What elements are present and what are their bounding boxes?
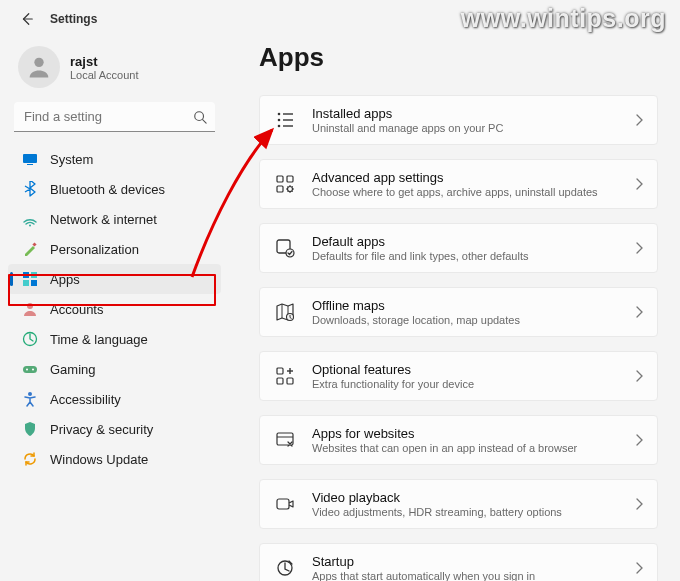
- svg-point-16: [32, 369, 34, 371]
- sidebar-item-gaming[interactable]: Gaming: [8, 354, 221, 384]
- sidebar-item-time-language[interactable]: Time & language: [8, 324, 221, 354]
- card-optional-features[interactable]: Optional features Extra functionality fo…: [259, 351, 658, 401]
- svg-rect-40: [277, 499, 289, 509]
- svg-rect-8: [23, 272, 29, 278]
- sidebar-item-label: Windows Update: [50, 452, 148, 467]
- svg-point-1: [34, 58, 43, 67]
- bluetooth-icon: [22, 181, 38, 197]
- card-subtitle: Video adjustments, HDR streaming, batter…: [312, 506, 619, 518]
- gaming-icon: [22, 361, 38, 377]
- startup-icon: [274, 557, 296, 579]
- network-icon: [22, 211, 38, 227]
- card-title: Optional features: [312, 362, 619, 377]
- sidebar-item-label: Personalization: [50, 242, 139, 257]
- account-subtitle: Local Account: [70, 69, 139, 81]
- chevron-right-icon: [635, 242, 643, 254]
- sidebar-item-label: Accounts: [50, 302, 103, 317]
- nav-list: System Bluetooth & devices Network & int…: [8, 144, 221, 474]
- sidebar-item-label: Network & internet: [50, 212, 157, 227]
- sidebar-item-privacy[interactable]: Privacy & security: [8, 414, 221, 444]
- svg-point-27: [288, 187, 293, 192]
- sidebar-item-accessibility[interactable]: Accessibility: [8, 384, 221, 414]
- avatar: [18, 46, 60, 88]
- sidebar-item-label: Privacy & security: [50, 422, 153, 437]
- svg-rect-26: [277, 186, 283, 192]
- sidebar-item-apps[interactable]: Apps: [8, 264, 221, 294]
- card-apps-for-websites[interactable]: Apps for websites Websites that can open…: [259, 415, 658, 465]
- person-icon: [25, 53, 53, 81]
- card-advanced-app-settings[interactable]: Advanced app settings Choose where to ge…: [259, 159, 658, 209]
- card-title: Apps for websites: [312, 426, 619, 441]
- card-subtitle: Websites that can open in an app instead…: [312, 442, 619, 454]
- svg-rect-25: [287, 176, 293, 182]
- accounts-icon: [22, 301, 38, 317]
- installed-apps-icon: [274, 109, 296, 131]
- svg-rect-11: [31, 280, 37, 286]
- sidebar-item-personalization[interactable]: Personalization: [8, 234, 221, 264]
- sidebar-item-label: Gaming: [50, 362, 96, 377]
- chevron-right-icon: [635, 306, 643, 318]
- privacy-icon: [22, 421, 38, 437]
- page-title: Apps: [259, 42, 658, 73]
- sidebar-item-network[interactable]: Network & internet: [8, 204, 221, 234]
- settings-window: Settings rajst Local Account: [0, 0, 680, 581]
- card-title: Default apps: [312, 234, 619, 249]
- apps-websites-icon: [274, 429, 296, 451]
- optional-features-icon: [274, 365, 296, 387]
- card-startup[interactable]: Startup Apps that start automatically wh…: [259, 543, 658, 581]
- card-subtitle: Uninstall and manage apps on your PC: [312, 122, 619, 134]
- content-area: rajst Local Account System Bluetooth & d…: [0, 34, 680, 581]
- svg-rect-35: [287, 378, 293, 384]
- offline-maps-icon: [274, 301, 296, 323]
- svg-rect-10: [23, 280, 29, 286]
- personalization-icon: [22, 241, 38, 257]
- chevron-right-icon: [635, 178, 643, 190]
- search-icon: [193, 110, 207, 124]
- svg-point-19: [278, 119, 281, 122]
- back-button[interactable]: [18, 10, 36, 28]
- account-name: rajst: [70, 54, 139, 69]
- advanced-settings-icon: [274, 173, 296, 195]
- card-default-apps[interactable]: Default apps Defaults for file and link …: [259, 223, 658, 273]
- svg-point-15: [26, 369, 28, 371]
- video-playback-icon: [274, 493, 296, 515]
- windows-update-icon: [22, 451, 38, 467]
- sidebar-item-windows-update[interactable]: Windows Update: [8, 444, 221, 474]
- svg-point-6: [29, 225, 31, 227]
- svg-rect-14: [23, 366, 37, 373]
- account-block[interactable]: rajst Local Account: [8, 40, 221, 102]
- svg-rect-7: [32, 242, 36, 246]
- card-subtitle: Downloads, storage location, map updates: [312, 314, 619, 326]
- sidebar-item-label: System: [50, 152, 93, 167]
- chevron-right-icon: [635, 562, 643, 574]
- card-video-playback[interactable]: Video playback Video adjustments, HDR st…: [259, 479, 658, 529]
- chevron-right-icon: [635, 114, 643, 126]
- sidebar-item-label: Apps: [50, 272, 80, 287]
- svg-point-18: [278, 113, 281, 116]
- sidebar-item-accounts[interactable]: Accounts: [8, 294, 221, 324]
- card-installed-apps[interactable]: Installed apps Uninstall and manage apps…: [259, 95, 658, 145]
- svg-point-17: [28, 392, 32, 396]
- default-apps-icon: [274, 237, 296, 259]
- sidebar-item-label: Time & language: [50, 332, 148, 347]
- card-subtitle: Apps that start automatically when you s…: [312, 570, 619, 581]
- search-input[interactable]: [14, 102, 215, 132]
- card-title: Installed apps: [312, 106, 619, 121]
- titlebar: Settings: [0, 0, 680, 34]
- svg-point-2: [195, 112, 204, 121]
- card-offline-maps[interactable]: Offline maps Downloads, storage location…: [259, 287, 658, 337]
- chevron-right-icon: [635, 370, 643, 382]
- titlebar-title: Settings: [50, 12, 97, 26]
- card-title: Video playback: [312, 490, 619, 505]
- search-wrap: [14, 102, 215, 132]
- svg-rect-4: [23, 154, 37, 163]
- system-icon: [22, 151, 38, 167]
- sidebar-item-system[interactable]: System: [8, 144, 221, 174]
- card-subtitle: Extra functionality for your device: [312, 378, 619, 390]
- sidebar-item-label: Accessibility: [50, 392, 121, 407]
- svg-rect-24: [277, 176, 283, 182]
- card-title: Offline maps: [312, 298, 619, 313]
- svg-rect-34: [277, 378, 283, 384]
- sidebar-item-bluetooth[interactable]: Bluetooth & devices: [8, 174, 221, 204]
- card-subtitle: Defaults for file and link types, other …: [312, 250, 619, 262]
